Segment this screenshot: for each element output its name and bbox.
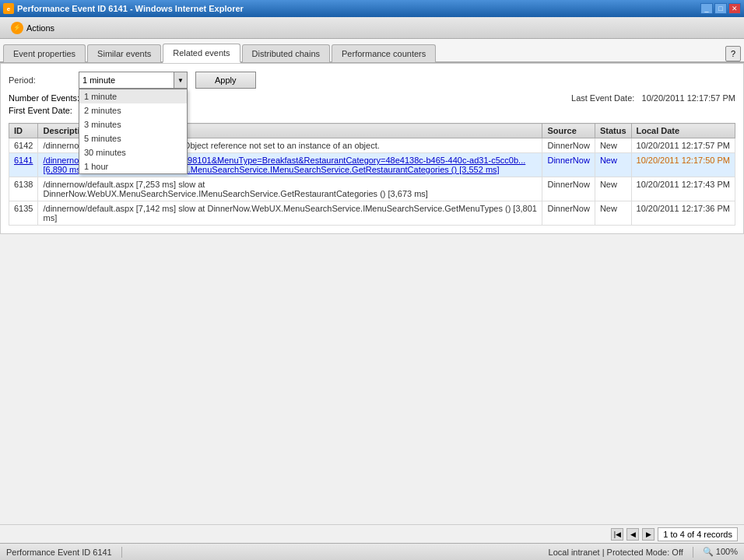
left-info: Number of Events: First Event Date: [9, 93, 79, 118]
first-event-row: First Event Date: [9, 106, 79, 115]
next-page-button[interactable]: ▶ [642, 528, 655, 541]
tab-distributed-chains[interactable]: Distributed chains [242, 44, 330, 62]
tab-bar: Event properties Similar events Related … [0, 39, 744, 63]
first-event-label: First Event Date: [9, 106, 72, 115]
title-bar: e Performance Event ID 6141 - Windows In… [0, 0, 744, 17]
main-content: Period: ▼ 1 minute 2 minutes 3 minutes 5… [0, 63, 744, 234]
status-bar: Performance Event ID 6141 Local intranet… [0, 543, 744, 560]
cell-description: /dinnernow/default.aspx [7,253 ms] slow … [38, 177, 542, 201]
cell-source: DinnerNow [542, 201, 595, 226]
col-source: Source [542, 124, 595, 138]
tab-related-events[interactable]: Related events [163, 44, 240, 63]
cell-local-date: 10/20/2011 12:17:43 PM [631, 177, 735, 201]
pagination-area: |◀ ◀ ▶ 1 to 4 of 4 records [0, 524, 744, 543]
dropdown-item-1hour[interactable]: 1 hour [79, 159, 187, 173]
actions-menu[interactable]: ⚡ Actions [6, 20, 59, 36]
maximize-button[interactable]: □ [714, 3, 727, 14]
last-event-info: Last Event Date: 10/20/2011 12:17:57 PM [571, 93, 735, 103]
period-input[interactable] [79, 72, 188, 89]
window-title: Performance Event ID 6141 - Windows Inte… [17, 4, 244, 13]
cell-source: DinnerNow [542, 138, 595, 153]
col-id: ID [9, 124, 38, 138]
status-separator-2 [693, 547, 693, 558]
dropdown-item-2min[interactable]: 2 minutes [79, 103, 187, 117]
zoom-icon: 🔍 [703, 547, 714, 556]
dropdown-item-30min[interactable]: 30 minutes [79, 145, 187, 159]
num-events-row: Number of Events: [9, 93, 79, 103]
tab-event-properties[interactable]: Event properties [3, 44, 86, 62]
cell-id: 6142 [9, 138, 38, 153]
cell-status: New [595, 138, 631, 153]
cell-local-date: 10/20/2011 12:17:36 PM [631, 201, 735, 226]
dropdown-item-3min[interactable]: 3 minutes [79, 117, 187, 131]
tab-similar-events[interactable]: Similar events [87, 44, 161, 62]
col-local-date: Local Date [631, 124, 735, 138]
period-row: Period: ▼ 1 minute 2 minutes 3 minutes 5… [9, 72, 735, 89]
minimize-button[interactable]: _ [700, 3, 713, 14]
apply-button[interactable]: Apply [195, 72, 256, 89]
period-label: Period: [9, 75, 71, 85]
close-button[interactable]: ✕ [728, 3, 741, 14]
dropdown-item-5min[interactable]: 5 minutes [79, 131, 187, 145]
zone-info: Local intranet | Protected Mode: Off [549, 548, 683, 557]
dropdown-item-1min[interactable]: 1 minute [79, 89, 187, 103]
period-dropdown[interactable]: 1 minute 2 minutes 3 minutes 5 minutes 3… [79, 89, 188, 174]
cell-id: 6135 [9, 201, 38, 226]
table-row[interactable]: 6138/dinnernow/default.aspx [7,253 ms] s… [9, 177, 735, 201]
cell-status: New [595, 153, 631, 177]
status-separator-1 [121, 547, 122, 558]
tab-performance-counters[interactable]: Performance counters [332, 44, 436, 62]
cell-source: DinnerNow [542, 177, 595, 201]
title-bar-left: e Performance Event ID 6141 - Windows In… [3, 3, 244, 14]
cell-id: 6141 [9, 153, 38, 177]
cell-local-date: 10/20/2011 12:17:50 PM [631, 153, 735, 177]
table-row[interactable]: 6135/dinnernow/default.aspx [7,142 ms] s… [9, 201, 735, 226]
prev-page-button[interactable]: ◀ [626, 528, 639, 541]
cell-source: DinnerNow [542, 153, 595, 177]
first-page-button[interactable]: |◀ [611, 528, 623, 541]
num-events-label: Number of Events: [9, 93, 79, 103]
pagination-info: 1 to 4 of 4 records [658, 527, 738, 541]
help-button[interactable]: ? [725, 46, 741, 61]
ie-icon: e [3, 3, 14, 14]
cell-status: New [595, 201, 631, 226]
cell-local-date: 10/20/2011 12:17:57 PM [631, 138, 735, 153]
title-bar-controls: _ □ ✕ [700, 3, 741, 14]
cell-description: /dinnernow/default.aspx [7,142 ms] slow … [38, 201, 542, 226]
status-text: Performance Event ID 6141 [6, 548, 112, 557]
cell-id: 6138 [9, 177, 38, 201]
period-select-wrapper: ▼ 1 minute 2 minutes 3 minutes 5 minutes… [79, 72, 188, 89]
cell-status: New [595, 177, 631, 201]
id-link[interactable]: 6141 [14, 156, 33, 165]
col-status: Status [595, 124, 631, 138]
last-event-date-label: Last Event Date: [571, 93, 634, 103]
last-event-date-value: 10/20/2011 12:17:57 PM [642, 93, 735, 103]
actions-icon: ⚡ [11, 22, 23, 34]
toolbar: ⚡ Actions [0, 17, 744, 39]
zoom-level: 🔍 100% [703, 547, 738, 557]
actions-label: Actions [26, 23, 54, 33]
